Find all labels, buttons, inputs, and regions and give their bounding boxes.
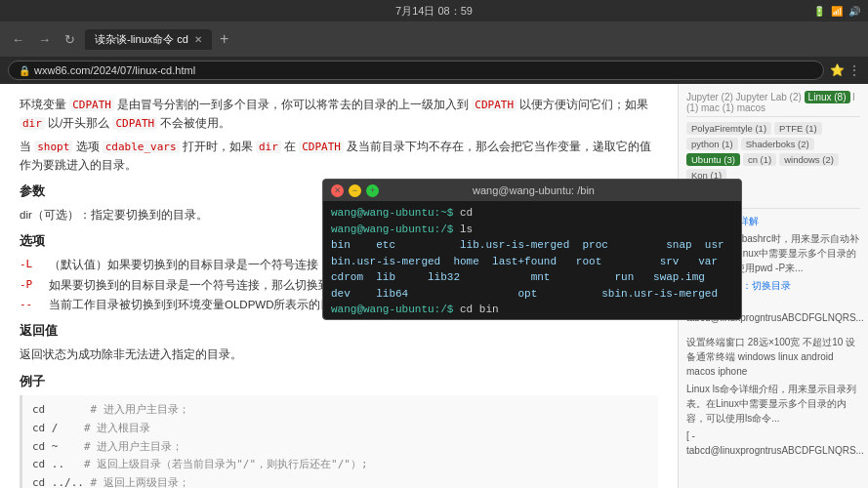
tags-section-title: Jupyter (2) Jupyter Lab (2) Linux (8) l … — [686, 92, 860, 117]
battery-icon: 🔋 — [813, 6, 825, 17]
bookmark-button[interactable]: ⭐ — [830, 63, 845, 77]
tag-ptfe[interactable]: PTFE (1) — [774, 122, 822, 135]
example-block: cd # 进入用户主目录； cd / # 进入根目录 cd ~ # 进入用户主目… — [20, 395, 658, 488]
t-line-5: cdrom lib lib32 mnt run swap.img — [331, 269, 733, 286]
tags-section: Jupyter (2) Jupyter Lab (2) Linux (8) l … — [686, 92, 860, 182]
tag-shaderboks[interactable]: Shaderboks (2) — [741, 138, 814, 150]
terminal-window: ✕ − + wang@wang-ubuntu: /bin wang@wang-u… — [322, 179, 742, 320]
tags-title-text: Jupyter (2) Jupyter Lab (2) — [686, 92, 805, 102]
top-bar-icons: 🔋 📶 🔊 — [813, 6, 860, 17]
address-bar[interactable]: 🔒 wxw86.com/2024/07/linux-cd.html — [8, 61, 824, 80]
address-text: wxw86.com/2024/07/linux-cd.html — [34, 64, 195, 76]
linux-tag-highlight: Linux (8) — [805, 91, 850, 103]
t-line-2: wang@wang-ubuntu:/$ ls — [331, 222, 733, 238]
extra-text-3: [ -tabcd@linuxprogntrusABCDFGLNQRS... — [686, 428, 860, 458]
menu-button[interactable]: ⋮ — [848, 63, 860, 77]
tag-windows[interactable]: windows (2) — [779, 153, 839, 166]
example-title: 例子 — [20, 372, 658, 392]
tag-cn[interactable]: cn (1) — [743, 153, 776, 166]
extra-text-1: 设置终端窗口 28远×100宽 不超过10 设备通常终端 windows lin… — [686, 335, 860, 379]
intro2-text: 当 shopt 选项 cdable_vars 打开时，如果 dir 在 CDPA… — [20, 138, 658, 174]
extra-text-2: Linux ls命令详细介绍，用来显示目录列表。在Linux中需要显示多个目录的… — [686, 382, 860, 426]
terminal-title: wang@wang-ubuntu: /bin — [379, 184, 688, 196]
datetime: 7月14日 08：59 — [395, 4, 473, 19]
t-line-1: wang@wang-ubuntu:~$ cd — [331, 205, 733, 222]
volume-icon: 🔊 — [848, 6, 860, 17]
address-bar-row: 🔒 wxw86.com/2024/07/linux-cd.html ⭐ ⋮ — [0, 57, 868, 84]
terminal-close-button[interactable]: ✕ — [331, 184, 344, 197]
back-button[interactable]: ← — [8, 30, 28, 49]
return-desc: 返回状态为成功除非无法进入指定的目录。 — [20, 346, 658, 363]
tag-ubuntu[interactable]: Ubuntu (3) — [686, 153, 740, 166]
t-line-6: dev lib64 opt sbin.usr-is-merged — [331, 286, 733, 303]
terminal-titlebar: ✕ − + wang@wang-ubuntu: /bin — [323, 180, 741, 201]
ex-line-4: cd .. # 返回上级目录（若当前目录为"/"，则执行后还在"/"）; — [32, 456, 648, 474]
t-line-8: wang@wang-ubuntu:/bin$ cd / — [331, 318, 733, 321]
forward-button[interactable]: → — [34, 30, 55, 49]
tag-cloud: PolyaFiremtyle (1) PTFE (1) python (1) S… — [686, 122, 860, 182]
return-title: 返回值 — [20, 321, 658, 342]
terminal-window-buttons: ✕ − + — [331, 184, 379, 197]
lock-icon: 🔒 — [19, 65, 30, 76]
t-line-4: bin.usr-is-merged home last+found root s… — [331, 254, 733, 270]
ex-line-3: cd ~ # 进入用户主目录； — [32, 438, 648, 457]
terminal-max-button[interactable]: + — [366, 184, 379, 197]
tab-label: 读杂谈-linux命令 cd — [95, 32, 188, 47]
extra-section: 设置终端窗口 28远×100宽 不超过10 设备通常终端 windows lin… — [686, 335, 860, 458]
intro-text: 环境变量 CDPATH 是由冒号分割的一到多个目录，你可以将常去的目录的上一级加… — [20, 96, 658, 132]
active-tab[interactable]: 读杂谈-linux命令 cd ✕ — [85, 29, 212, 50]
ex-line-2: cd / # 进入根目录 — [32, 420, 648, 438]
wifi-icon: 📶 — [831, 6, 843, 17]
terminal-min-button[interactable]: − — [349, 184, 361, 197]
t-line-7: wang@wang-ubuntu:/$ cd bin — [331, 302, 733, 318]
tab-close-button[interactable]: ✕ — [194, 34, 202, 45]
ex-line-5: cd ../.. # 返回上两级目录； — [32, 474, 648, 488]
tab-bar: 读杂谈-linux命令 cd ✕ + — [85, 29, 860, 50]
main-layout: 环境变量 CDPATH 是由冒号分割的一到多个目录，你可以将常去的目录的上一级加… — [0, 84, 868, 488]
browser-chrome: ← → ↻ 读杂谈-linux命令 cd ✕ + — [0, 21, 868, 57]
tag-polyafirem[interactable]: PolyaFiremtyle (1) — [686, 122, 771, 135]
new-tab-button[interactable]: + — [220, 30, 228, 48]
terminal-content: wang@wang-ubuntu:~$ cd wang@wang-ubuntu:… — [323, 201, 741, 320]
top-bar: 7月14日 08：59 🔋 📶 🔊 — [0, 0, 868, 21]
t-line-3: bin etc lib.usr-is-merged proc snap usr — [331, 237, 733, 254]
address-actions: ⭐ ⋮ — [830, 63, 860, 77]
tag-python[interactable]: python (1) — [686, 138, 738, 150]
reload-button[interactable]: ↻ — [61, 30, 79, 49]
ex-line-1: cd # 进入用户主目录； — [32, 401, 648, 420]
